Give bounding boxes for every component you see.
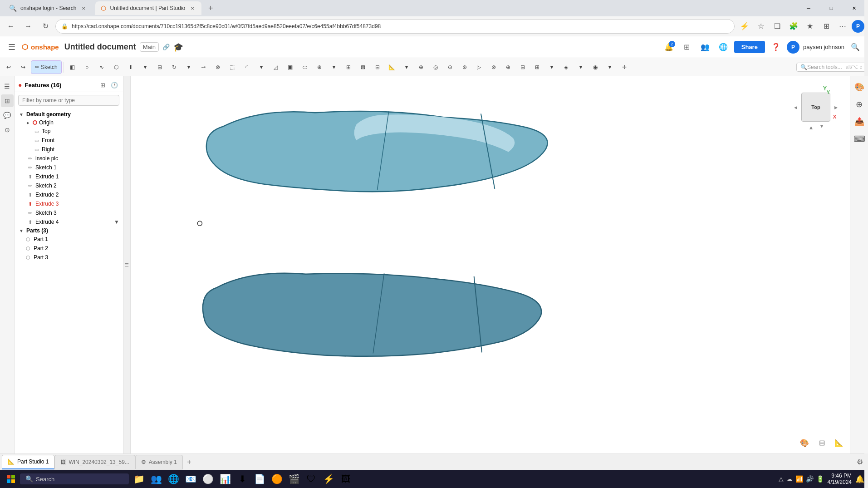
taskbar-explorer[interactable]: 📁 xyxy=(131,471,147,487)
fillet-btn[interactable]: ◜ xyxy=(240,60,254,74)
tree-item-sketch3[interactable]: ✏ Sketch 3 xyxy=(15,208,123,217)
taskbar-powerpoint[interactable]: 📊 xyxy=(217,471,233,487)
bezier-btn[interactable]: ∿ xyxy=(95,60,108,74)
dropdown2[interactable]: ▾ xyxy=(182,60,196,74)
offset-btn[interactable]: ◎ xyxy=(429,60,442,74)
extrude4-dropdown[interactable]: ▼ xyxy=(114,219,119,225)
people-button[interactable]: 👥 xyxy=(698,40,712,54)
hole-btn[interactable]: ⊙ xyxy=(443,60,457,74)
pattern-btn[interactable]: ⊟ xyxy=(371,60,384,74)
tab-assembly[interactable]: ⚙ Assembly 1 xyxy=(135,455,183,469)
cube-left-arrow[interactable]: ◂ xyxy=(791,102,800,113)
tree-item-right[interactable]: ▭ Right xyxy=(15,145,123,154)
tree-icon[interactable]: ⊞ xyxy=(1,94,14,107)
analysis-btn[interactable]: ◈ xyxy=(559,60,573,74)
transform-btn[interactable]: ⊞ xyxy=(342,60,355,74)
taskbar-photoshop[interactable]: 🖼 xyxy=(338,471,354,487)
tree-item-sketch1[interactable]: ✏ Sketch 1 xyxy=(15,163,123,172)
tree-item-part3[interactable]: ⬡ Part 3 xyxy=(15,253,123,262)
tree-item-extrude2[interactable]: ⬆ Extrude 2 xyxy=(15,190,123,199)
custom-btn2[interactable]: ⊕ xyxy=(501,60,515,74)
filter-input[interactable] xyxy=(18,95,119,106)
taskbar-chrome[interactable]: ⚪ xyxy=(200,471,216,487)
panel-collapse-handle[interactable]: ☰ xyxy=(123,76,131,453)
taskbar-teams[interactable]: 👥 xyxy=(148,471,164,487)
back-button[interactable]: ← xyxy=(4,19,18,34)
undo-button[interactable]: ↩ xyxy=(2,60,15,74)
thread-btn[interactable]: ⊛ xyxy=(458,60,471,74)
custom-btn3[interactable]: ⊟ xyxy=(516,60,530,74)
extensions-button[interactable]: 🧩 xyxy=(786,19,801,34)
dropdown6[interactable]: ▾ xyxy=(545,60,559,74)
polygon-btn[interactable]: ⬡ xyxy=(109,60,123,74)
tree-item-extrude4[interactable]: ⬆ Extrude 4 ▼ xyxy=(15,217,123,227)
mate-btn[interactable]: ⊠ xyxy=(356,60,370,74)
cube-face-top[interactable]: Top Y X xyxy=(801,93,830,122)
tab-part-studio[interactable]: 📐 Part Studio 1 xyxy=(2,455,54,469)
simul-btn[interactable]: ▷ xyxy=(472,60,486,74)
tray-sound[interactable]: 🔊 xyxy=(806,475,814,483)
dropdown3[interactable]: ▾ xyxy=(255,60,268,74)
tab-win-image[interactable]: 🖼 WIN_20240302_13_59... xyxy=(54,455,135,469)
tab-close-active[interactable]: ✕ xyxy=(189,5,196,12)
appearance-button[interactable]: 🎨 xyxy=(797,435,812,450)
versions-icon[interactable]: ⊙ xyxy=(1,123,14,136)
user-avatar[interactable]: P xyxy=(787,41,799,54)
cube-right-arrow[interactable]: ▸ xyxy=(831,102,841,113)
surface-btn[interactable]: ⬚ xyxy=(226,60,239,74)
collapse-arrow-default[interactable]: ▼ xyxy=(18,111,25,118)
tree-item-part1[interactable]: ⬡ Part 1 xyxy=(15,235,123,244)
dropdown8[interactable]: ▾ xyxy=(603,60,617,74)
browser-tab-active[interactable]: ⬡ Untitled document | Part Studio ✕ xyxy=(95,1,201,15)
render-button[interactable]: 🎨 xyxy=(852,80,867,94)
reload-button[interactable]: ↻ xyxy=(38,19,53,34)
loft-btn[interactable]: ⊗ xyxy=(211,60,225,74)
bookmark-button[interactable]: ☆ xyxy=(754,19,768,34)
notifications-button[interactable]: 🔔 2 xyxy=(662,40,676,54)
tree-item-part2[interactable]: ⬡ Part 2 xyxy=(15,244,123,253)
parts-section[interactable]: ▼ Parts (3) xyxy=(15,227,123,235)
view-btn[interactable]: ◉ xyxy=(588,60,602,74)
search-tools-input[interactable]: 🔍 Search tools... alt/⌥ c xyxy=(796,63,866,72)
tree-item-extrude3[interactable]: ⬆ Extrude 3 xyxy=(15,199,123,208)
redo-button[interactable]: ↪ xyxy=(16,60,30,74)
taskbar-doc-viewer[interactable]: 📄 xyxy=(251,471,268,487)
grid-view-btn[interactable]: ⊞ xyxy=(530,60,544,74)
taskbar-nordvpn[interactable]: 🛡 xyxy=(303,471,319,487)
taskbar-outlook[interactable]: 📧 xyxy=(182,471,199,487)
translate-button[interactable]: ⚡ xyxy=(737,19,752,34)
taskbar-davinci[interactable]: 🎬 xyxy=(286,471,302,487)
move-view-btn[interactable]: ✛ xyxy=(618,60,631,74)
measure-btn[interactable]: 📐 xyxy=(385,60,399,74)
tree-item-extrude1[interactable]: ⬆ Extrude 1 xyxy=(15,172,123,181)
new-tab-button[interactable]: + xyxy=(204,2,217,15)
custom-btn1[interactable]: ⊗ xyxy=(487,60,500,74)
graduation-icon[interactable]: 🎓 xyxy=(173,42,183,52)
add-3d-button[interactable]: ⊕ xyxy=(852,97,867,112)
tab-close-search[interactable]: ✕ xyxy=(80,5,87,12)
draft-btn[interactable]: ⬭ xyxy=(298,60,312,74)
tree-item-sketch2[interactable]: ✏ Sketch 2 xyxy=(15,181,123,190)
cut-btn[interactable]: ⊟ xyxy=(153,60,167,74)
chamfer-btn[interactable]: ◿ xyxy=(269,60,283,74)
tray-network[interactable]: 📶 xyxy=(795,475,803,483)
tree-item-front[interactable]: ▭ Front xyxy=(15,136,123,145)
address-bar[interactable]: 🔒 https://cad.onshape.com/documents/710c… xyxy=(55,19,735,34)
close-button[interactable]: ✕ xyxy=(843,1,864,15)
dropdown1[interactable]: ▾ xyxy=(138,60,152,74)
revolve-btn[interactable]: ↻ xyxy=(167,60,181,74)
windows-start-button[interactable] xyxy=(4,472,18,486)
search-button[interactable]: 🔍 xyxy=(848,40,863,54)
construction-button[interactable]: ◧ xyxy=(66,60,79,74)
globe-button[interactable]: 🌐 xyxy=(716,40,731,54)
dropdown5[interactable]: ▾ xyxy=(400,60,413,74)
features-icon[interactable]: ☰ xyxy=(1,80,14,93)
favorites-button[interactable]: ★ xyxy=(803,19,817,34)
cube-up-arrow[interactable]: ▴ xyxy=(805,122,816,133)
tray-up-arrow[interactable]: △ xyxy=(779,475,784,483)
maximize-button[interactable]: □ xyxy=(821,1,842,15)
tree-item-top[interactable]: ▭ Top xyxy=(15,127,123,136)
grid-button[interactable]: ⊞ xyxy=(680,40,694,54)
add-feature-button[interactable]: ⊞ xyxy=(98,80,108,90)
tray-battery[interactable]: 🔋 xyxy=(816,475,824,483)
